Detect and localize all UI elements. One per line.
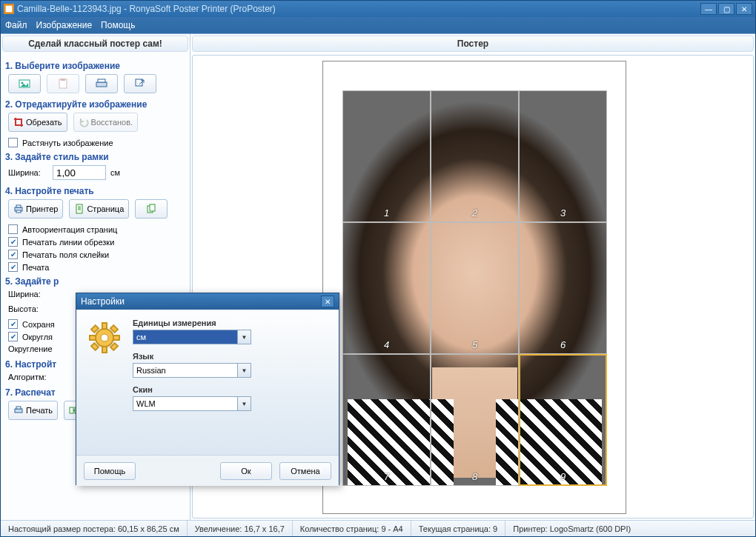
dialog-ok-button[interactable]: Ок: [220, 462, 272, 480]
titlebar: Camilla-Belle-1123943.jpg - RonyaSoft Po…: [1, 1, 755, 17]
undo-icon: [79, 117, 89, 127]
svg-rect-1: [6, 6, 13, 13]
skin-label: Скин: [133, 385, 328, 394]
gear-icon: [87, 320, 122, 356]
svg-rect-14: [150, 204, 155, 211]
crop-button[interactable]: Обрезать: [8, 113, 67, 132]
grid-cell-3[interactable]: 3: [519, 90, 607, 222]
scan-button[interactable]: [85, 74, 118, 93]
chevron-down-icon: ▼: [237, 364, 251, 377]
page-icon: [74, 204, 84, 214]
rounding-label: Округление: [8, 344, 53, 353]
numbers-checkbox[interactable]: ✔: [8, 262, 18, 272]
svg-rect-23: [90, 336, 96, 340]
page-button[interactable]: Страница: [69, 199, 129, 219]
step2-title: 2. Отредактируйте изображение: [5, 99, 185, 110]
save-label: Сохраня: [22, 320, 55, 329]
save-checkbox[interactable]: ✔: [8, 319, 18, 329]
paste-button[interactable]: [47, 74, 79, 93]
cutlines-label: Печатать линии обрезки: [22, 238, 114, 247]
stretch-label: Растянуть изображение: [22, 139, 113, 147]
round-checkbox[interactable]: ✔: [8, 332, 18, 341]
crop-icon: [13, 117, 24, 127]
chevron-down-icon: ▼: [237, 397, 251, 410]
grid-cell-6[interactable]: 6: [519, 222, 607, 354]
svg-rect-11: [16, 210, 21, 213]
grid-cell-1[interactable]: 1: [342, 90, 431, 222]
status-real-size: Настоящий размер постера: 60,15 x 86,25 …: [1, 521, 188, 536]
left-header: Сделай классный постер сам!: [2, 36, 188, 52]
menu-file[interactable]: Файл: [5, 20, 27, 30]
svg-rect-12: [76, 204, 82, 213]
page-extra-button[interactable]: [135, 199, 168, 219]
skin-combo[interactable]: WLM▼: [133, 396, 251, 411]
grid-cell-7[interactable]: 7: [342, 354, 431, 486]
printer-icon: [13, 204, 24, 214]
status-current: Текущая страница: 9: [411, 521, 505, 536]
algorithm-label: Алгоритм:: [8, 373, 47, 381]
status-printer: Принтер: LogoSmartz (600 DPI): [505, 521, 755, 536]
glue-label: Печатать поля склейки: [22, 250, 109, 259]
svg-rect-6: [96, 82, 107, 87]
chevron-down-icon: ▼: [237, 330, 251, 344]
svg-rect-15: [15, 409, 22, 413]
dialog-cancel-button[interactable]: Отмена: [279, 462, 331, 480]
border-width-input[interactable]: [53, 165, 106, 180]
print-button[interactable]: Печать: [8, 401, 58, 420]
autoorient-checkbox[interactable]: [8, 224, 18, 234]
glue-checkbox[interactable]: ✔: [8, 250, 18, 259]
settings-dialog: Настройки ✕ Единицы измерения см▼ Язык R…: [76, 293, 339, 485]
svg-rect-7: [98, 79, 105, 82]
menubar: Файл Изображение Помощь: [1, 17, 755, 33]
grid-cell-2[interactable]: 2: [431, 90, 519, 222]
menu-image[interactable]: Изображение: [36, 20, 93, 30]
width-label: Ширина:: [8, 290, 48, 298]
step4-title: 4. Настройте печать: [5, 186, 185, 196]
scanner-icon: [96, 78, 107, 90]
grid-cell-5[interactable]: 5: [431, 222, 519, 354]
svg-rect-17: [70, 407, 73, 413]
border-width-label: Ширина:: [8, 168, 48, 177]
dialog-help-button[interactable]: Помощь: [84, 462, 136, 480]
statusbar: Настоящий размер постера: 60,15 x 86,25 …: [1, 520, 755, 536]
poster-grid: 1 2 3 4 5 6 7 8 9: [342, 90, 607, 486]
grid-cell-8[interactable]: 8: [431, 354, 519, 486]
minimize-button[interactable]: —: [700, 3, 717, 15]
browse-button[interactable]: [124, 74, 156, 93]
units-combo[interactable]: см▼: [133, 330, 251, 344]
image-icon: [19, 78, 30, 90]
stretch-checkbox[interactable]: [8, 138, 18, 147]
svg-rect-5: [61, 79, 65, 81]
svg-point-20: [101, 334, 108, 341]
cutlines-checkbox[interactable]: ✔: [8, 237, 18, 247]
height-label: Высота:: [8, 304, 48, 313]
svg-rect-16: [16, 407, 21, 409]
menu-help[interactable]: Помощь: [101, 20, 135, 30]
svg-rect-24: [113, 336, 119, 340]
step1-title: 1. Выберите изображение: [5, 61, 185, 71]
printer-icon: [13, 405, 24, 416]
grid-cell-4[interactable]: 4: [342, 222, 431, 354]
close-button[interactable]: ✕: [736, 3, 752, 15]
restore-button[interactable]: Восстанов.: [73, 113, 139, 132]
svg-rect-10: [16, 205, 21, 207]
poster-paper: 1 2 3 4 5 6 7 8 9: [322, 61, 626, 514]
window-title: Camilla-Belle-1123943.jpg - RonyaSoft Po…: [17, 4, 700, 14]
step3-title: 3. Задайте стиль рамки: [5, 152, 185, 162]
printer-button[interactable]: Принтер: [8, 199, 63, 219]
open-image-button[interactable]: [8, 74, 41, 93]
lang-label: Язык: [133, 352, 328, 361]
clipboard-icon: [57, 78, 69, 90]
svg-rect-22: [102, 347, 107, 353]
maximize-button[interactable]: ▢: [718, 3, 735, 15]
dialog-titlebar[interactable]: Настройки ✕: [76, 293, 339, 310]
units-label: Единицы измерения: [133, 318, 328, 327]
lang-combo[interactable]: Russian▼: [133, 363, 251, 378]
status-zoom: Увеличение: 16,7 x 16,7: [188, 521, 293, 536]
dialog-close-button[interactable]: ✕: [321, 296, 334, 307]
app-icon: [4, 4, 14, 14]
numbers-label: Печата: [22, 263, 49, 272]
grid-cell-9[interactable]: 9: [519, 354, 607, 486]
border-width-unit: см: [110, 168, 120, 177]
status-pages: Количество страниц: 9 - A4: [293, 521, 411, 536]
